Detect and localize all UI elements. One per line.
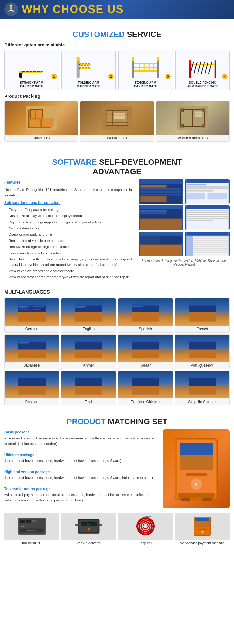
svg-rect-111: [19, 306, 29, 307]
svg-rect-122: [75, 307, 84, 308]
svg-rect-18: [144, 63, 145, 72]
lang-screen-thai: [61, 371, 116, 398]
svg-point-185: [141, 522, 150, 531]
svg-rect-80: [140, 205, 182, 209]
pkg-title-basic: Basic package: [4, 430, 29, 434]
svg-point-182: [87, 528, 90, 531]
lang-russian: Russian: [4, 371, 59, 405]
svg-rect-170: [32, 520, 34, 522]
svg-rect-139: [132, 339, 159, 342]
svg-rect-12: [157, 60, 159, 78]
svg-rect-125: [132, 303, 159, 306]
svg-rect-151: [132, 375, 159, 378]
screen-caption: Six modules, Setting, Authorization, Veh…: [139, 259, 230, 266]
product-machine-img: P: [163, 429, 230, 508]
func-8: Error correction of vehicle number: [9, 250, 135, 256]
intro-title: Software functions introduction:: [4, 200, 135, 206]
svg-rect-121: [75, 306, 86, 307]
lang-tradition-chinese: Tradition Chinese: [118, 371, 173, 405]
svg-rect-144: [18, 386, 46, 395]
software-content: Features License Plate Recognition 121 c…: [4, 179, 230, 280]
product-title: PRODUCT MATCHING SET: [4, 417, 230, 426]
svg-point-194: [201, 531, 204, 534]
payment-machine-label: Self-service payment machine: [175, 541, 230, 545]
svg-rect-110: [18, 303, 46, 306]
features-title: Features: [4, 179, 135, 186]
lang-french: French: [175, 298, 230, 333]
screen-5: [139, 232, 183, 256]
svg-rect-120: [75, 303, 102, 306]
svg-point-172: [21, 526, 22, 527]
wooden-label: Wooden box: [80, 135, 153, 141]
func-9: Surveillance of software,view of vehicle…: [9, 256, 135, 268]
lang-screen-korean: [118, 335, 173, 362]
svg-rect-73: [187, 184, 206, 185]
carton-img: [5, 101, 78, 135]
svg-rect-66: [140, 185, 166, 188]
lang-label-portuguese: PortuguesePT: [175, 362, 229, 369]
languages-heading: MULT-LANGUAGES: [4, 290, 230, 295]
svg-rect-75: [187, 188, 228, 189]
svg-rect-128: [189, 312, 216, 321]
svg-rect-69: [140, 194, 181, 195]
packing-wooden: Wooden box: [80, 101, 154, 142]
svg-rect-57: [180, 109, 184, 112]
svg-rect-163: [178, 493, 215, 498]
svg-text:00.0: 00.0: [87, 523, 91, 525]
config-row: INDUSTRIAL PC Industrial PC 00.0: [4, 513, 230, 545]
func-11: View of operator charge report,entry&exi…: [9, 274, 135, 280]
svg-rect-169: [26, 520, 30, 523]
gate-label-4: DOUBLE FENCING ARM BARRIER GATE: [177, 81, 229, 88]
svg-rect-165: [202, 498, 212, 501]
lang-thai: Thai: [61, 371, 116, 405]
lang-screen-russian: [5, 371, 59, 398]
svg-rect-119: [75, 312, 102, 321]
svg-rect-85: [186, 205, 229, 209]
pkg-title-ultimate: Ultimate package: [4, 453, 34, 457]
svg-rect-142: [189, 339, 216, 342]
vehicle-detector-img: 00.0: [61, 513, 116, 540]
func-7: Renewal/recharge for registered vehicle: [9, 244, 135, 249]
pkg-desc-basic: (one in and one out, hardware must be ac…: [4, 436, 154, 446]
svg-line-27: [194, 62, 197, 74]
carton-label: Carton box: [5, 135, 78, 141]
lang-label-spanish: Spanish: [118, 326, 173, 332]
svg-point-186: [143, 524, 148, 529]
svg-rect-70: [140, 196, 166, 202]
svg-rect-154: [189, 375, 216, 378]
lang-screen-simplifie-chinese: [175, 371, 229, 398]
gate-number-1: 1: [51, 74, 57, 79]
packing-frame: Wooden frame box: [156, 101, 230, 142]
pkg-title-highend: High-end version package: [4, 470, 50, 474]
svg-rect-23: [214, 63, 216, 78]
svg-rect-135: [75, 350, 102, 358]
gate-item-1: 1 STRAIGHT ARM BARRIER GATE: [4, 50, 59, 90]
pkg-desc-ultimate: (barrier must have accessories, hardware…: [4, 459, 121, 463]
lang-screen-japanese: [5, 335, 59, 362]
svg-rect-106: [194, 250, 228, 251]
screen-row-2: [139, 205, 230, 230]
svg-rect-153: [189, 386, 216, 395]
svg-rect-100: [194, 238, 228, 239]
gates-row: 1 STRAIGHT ARM BARRIER GATE 2 FOLDING AR…: [4, 50, 230, 90]
lang-korean: Korean: [118, 334, 173, 369]
lang-screen-portuguese: [175, 335, 229, 362]
svg-rect-113: [19, 309, 28, 310]
svg-rect-160: [186, 473, 207, 476]
packing-heading: Product Packing: [4, 93, 230, 99]
gate-number-3: 3: [165, 74, 171, 79]
svg-rect-83: [140, 212, 166, 214]
svg-rect-159: [180, 455, 213, 470]
lang-khmer: Khmer: [61, 334, 116, 369]
svg-rect-89: [187, 216, 228, 217]
svg-rect-95: [140, 236, 160, 244]
svg-rect-59: [180, 124, 184, 127]
gate-number-2: 2: [108, 74, 114, 79]
functions-list: Entry and Exit parameter settings Custom…: [4, 207, 135, 280]
product-section: PRODUCT MATCHING SET Basic package (one …: [0, 408, 234, 548]
languages-grid: German English Spanish French Japanese: [4, 298, 230, 405]
svg-rect-193: [198, 529, 207, 530]
svg-rect-82: [140, 210, 166, 212]
svg-rect-10: [132, 60, 134, 78]
svg-rect-17: [139, 63, 140, 72]
